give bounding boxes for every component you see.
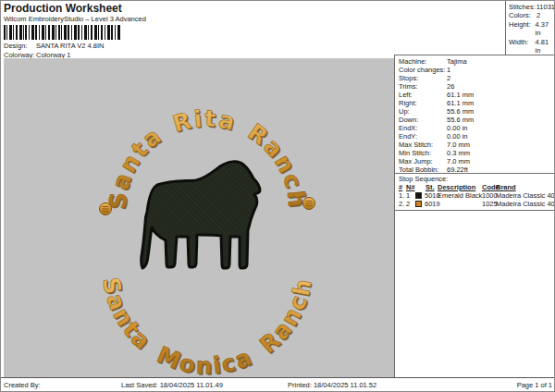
page-title: Production Worksheet (4, 2, 122, 15)
software-subtitle: Wilcom EmbroideryStudio – Level 3 Advanc… (4, 15, 146, 23)
design-preview-canvas: Santa Rita Ranch Santa Rita Ranch Santa … (4, 58, 396, 377)
embroidery-design: Santa Rita Ranch Santa Rita Ranch Santa … (4, 58, 396, 377)
design-name-row: Design: SANTA RITA V2 4.8IN (4, 42, 105, 50)
stop-sequence-row: 1. 1 5010 Emerald Black 1000 Madeira Cla… (399, 191, 555, 200)
right-dot-icon (303, 198, 315, 210)
design-value: SANTA RITA V2 4.8IN (36, 42, 105, 50)
printed-text: Printed: 18/04/2025 11.01.52 (288, 381, 376, 389)
page-number: Page 1 of 1 (517, 381, 552, 389)
footer-bar: Created By: Last Saved: 18/04/2025 11.01… (1, 377, 555, 392)
stat-height: Height: 4.37 in (509, 20, 555, 38)
barcode-icon (4, 25, 121, 40)
arc-text-bottom: Santa Monica Ranch Santa Monica Ranch (97, 276, 318, 377)
created-by-label: Created By: (4, 381, 41, 389)
machine-info-panel: Machine:Tajima Color changes:1 Stops:2 T… (394, 55, 555, 377)
stop-sequence-section: Stop Sequence: # N# St. Description Code… (395, 173, 555, 211)
stat-width: Width: 4.81 in (509, 38, 555, 55)
left-dot-icon (100, 203, 112, 215)
last-saved-text: Last Saved: 18/04/2025 11.01.49 (121, 381, 223, 389)
thread-swatch (415, 192, 422, 199)
bull-silhouette (142, 162, 260, 268)
stop-sequence-title: Stop Sequence: (399, 175, 555, 183)
machine-detail-list: Machine:Tajima Color changes:1 Stops:2 T… (395, 55, 555, 174)
stat-stitches: Stitches: 11031 (509, 3, 555, 11)
design-label: Design: (4, 42, 36, 50)
svg-text:Santa Monica Ranch: Santa Monica Ranch (97, 276, 317, 377)
design-stats-box: Stitches: 11031 Colors: 2 Height: 4.37 i… (505, 1, 555, 55)
stop-sequence-row: 2. 2 6019 1025 Madeira Classic 40 (399, 200, 555, 208)
production-worksheet-page: Production Worksheet Wilcom EmbroiderySt… (0, 0, 555, 392)
stat-colors: Colors: 2 (509, 11, 555, 19)
thread-swatch (415, 201, 422, 207)
stop-sequence-header: # N# St. Description Code Brand (399, 183, 555, 191)
